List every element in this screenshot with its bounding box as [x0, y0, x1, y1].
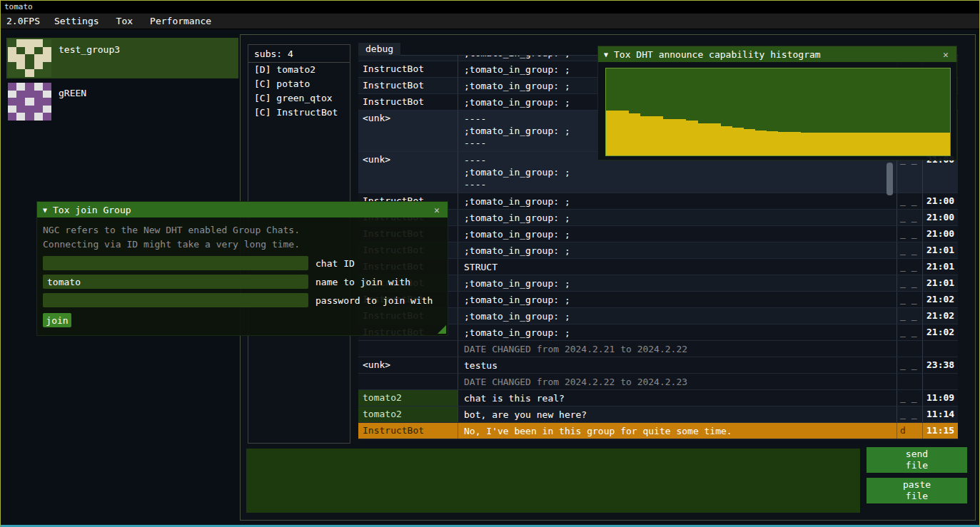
message-row: DATE CHANGED from 2024.2.22 to 2024.2.23: [358, 374, 958, 390]
message-timestamp: 21:01: [922, 259, 958, 275]
histogram-bar: [629, 113, 640, 155]
join-window-titlebar[interactable]: ▼ Tox join Group ✕: [37, 202, 448, 218]
message-flags: _ _: [896, 308, 922, 324]
message-line: DATE CHANGED from 2024.2.22 to 2024.2.23: [464, 376, 891, 388]
histogram-bar: [767, 131, 778, 155]
message-text: ;tomato_in_group: ;: [458, 324, 896, 340]
avatar-pixel: [8, 106, 16, 113]
group-name-label: gREEN: [59, 88, 86, 121]
message-flags: _ _: [896, 242, 922, 258]
histogram-window-titlebar[interactable]: ▼ Tox DHT announce capability histogram …: [598, 46, 956, 62]
message-line: No, I've been in this group for quite so…: [464, 425, 891, 437]
message-sender: <unk>: [358, 111, 458, 151]
message-flags: _ _: [896, 357, 922, 373]
window-titlebar[interactable]: tomato: [1, 1, 979, 14]
avatar-pixel: [34, 113, 43, 121]
join-button[interactable]: join: [43, 313, 71, 327]
close-icon[interactable]: ✕: [430, 203, 443, 216]
join-name-label: name to join with: [315, 277, 410, 287]
message-text: ;tomato_in_group: ;: [458, 242, 896, 258]
message-flags: _ _: [896, 324, 922, 340]
avatar-pixel: [16, 113, 25, 121]
join-password-label: password to join with: [315, 295, 433, 306]
message-line: DATE CHANGED from 2024.2.21 to 2024.2.22: [464, 343, 891, 355]
paste-file-button[interactable]: paste file: [867, 478, 967, 503]
avatar-pixel: [8, 91, 16, 98]
message-sender: [358, 374, 458, 389]
dht-capability-histogram-chart: [605, 68, 951, 156]
histogram-bar: [824, 133, 835, 155]
histogram-bar: [847, 133, 858, 155]
message-sender: InstructBot: [358, 61, 458, 77]
avatar-pixel: [16, 69, 25, 77]
resize-grip[interactable]: [438, 325, 446, 334]
group-item-gREEN[interactable]: gREEN: [6, 81, 238, 122]
menu-bar: 2.0FPS SettingsToxPerformance: [1, 14, 979, 29]
message-line: bot, are you new here?: [464, 409, 891, 421]
avatar-pixel: [25, 106, 34, 113]
group-item-test_group3[interactable]: test_group3: [6, 38, 238, 78]
message-line: STRUCT: [464, 261, 891, 273]
message-text: STRUCT: [458, 259, 896, 275]
menu-item-settings[interactable]: Settings: [46, 14, 108, 29]
ngc-info-line-2: Connecting via ID might take a very long…: [43, 237, 442, 252]
message-sender: <unk>: [358, 152, 458, 193]
histogram-bar: [916, 133, 927, 155]
join-window-body: NGC refers to the New DHT enabled Group …: [37, 218, 448, 333]
message-timestamp: 23:38: [922, 357, 958, 373]
avatar-pixel: [25, 47, 34, 55]
message-sender: tomato2: [358, 406, 458, 422]
dht-histogram-window: ▼ Tox DHT announce capability histogram …: [597, 46, 957, 160]
message-sender: [358, 341, 458, 357]
chat-scrollbar[interactable]: [886, 163, 893, 195]
histogram-bar: [721, 126, 732, 155]
member-item[interactable]: [C] green_qtox: [248, 91, 350, 106]
message-line: ;tomato_in_group: ;: [464, 327, 891, 339]
collapse-icon[interactable]: ▼: [43, 206, 47, 214]
tab-debug[interactable]: debug: [358, 43, 400, 56]
avatar-pixel: [43, 39, 51, 47]
message-timestamp: 11:15: [922, 423, 958, 439]
avatar-pixel: [8, 69, 16, 77]
group-name-label: test_group3: [59, 44, 120, 77]
histogram-bar: [744, 129, 755, 155]
avatar-pixel: [34, 98, 43, 106]
message-timestamp: [922, 374, 958, 389]
avatar-pixel: [25, 62, 34, 70]
avatar-pixel: [25, 54, 34, 62]
message-row: DATE CHANGED from 2024.2.21 to 2024.2.22: [358, 341, 958, 357]
avatar-pixel: [25, 91, 34, 98]
message-timestamp: 21:00: [922, 226, 958, 242]
histogram-bar: [812, 133, 824, 155]
histogram-bar: [698, 123, 709, 155]
message-flags: [896, 341, 922, 357]
menu-item-tox[interactable]: Tox: [108, 14, 141, 29]
join-name-input[interactable]: tomato: [43, 275, 308, 289]
send-file-button[interactable]: send file: [867, 447, 967, 473]
avatar-pixel: [16, 98, 25, 106]
avatar-pixel: [34, 91, 43, 98]
collapse-icon[interactable]: ▼: [604, 51, 608, 58]
histogram-bar: [675, 119, 686, 155]
chat-id-label: chat ID: [315, 258, 355, 269]
close-icon[interactable]: ✕: [939, 48, 952, 61]
message-text: testus: [458, 357, 896, 373]
message-text: DATE CHANGED from 2024.2.21 to 2024.2.22: [458, 341, 896, 357]
message-line: ;tomato_in_group: ;: [464, 228, 891, 240]
member-item[interactable]: [D] tomato2: [248, 63, 350, 77]
message-sender: tomato2: [358, 390, 458, 406]
message-line: ----: [464, 178, 891, 190]
avatar-pixel: [8, 83, 16, 91]
message-flags: _ _: [896, 275, 922, 291]
message-input[interactable]: [246, 449, 860, 513]
message-flags: d: [896, 423, 922, 439]
chat-id-input[interactable]: [43, 256, 308, 270]
member-item[interactable]: [C] InstructBot: [248, 106, 350, 120]
member-item[interactable]: [C] potato: [248, 77, 350, 91]
histogram-bar: [652, 116, 663, 155]
menu-item-performance[interactable]: Performance: [141, 14, 220, 29]
avatar-pixel: [43, 69, 51, 77]
avatar-pixel: [43, 98, 51, 106]
join-password-input[interactable]: [43, 293, 308, 307]
avatar-pixel: [8, 54, 16, 62]
